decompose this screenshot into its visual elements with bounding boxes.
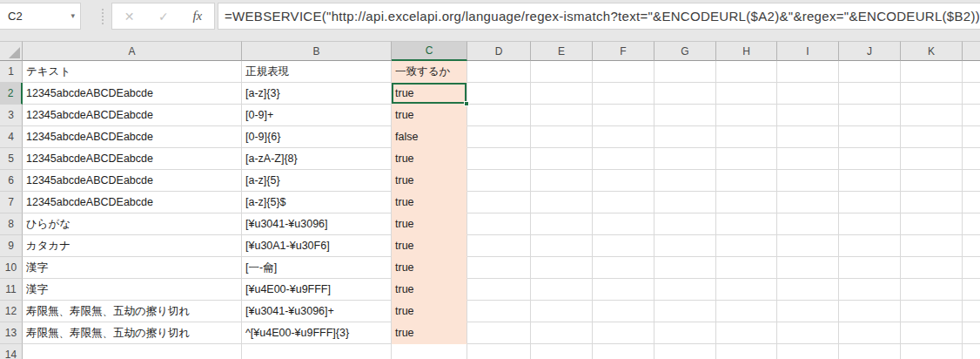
cell-B13[interactable]: ^[¥u4E00-¥u9FFF]{3}: [242, 322, 392, 344]
cell-D6[interactable]: [467, 170, 531, 192]
cell-J9[interactable]: [839, 235, 901, 257]
cell-I14[interactable]: [777, 344, 839, 359]
cell-G8[interactable]: [654, 213, 716, 235]
row-header-7[interactable]: 7: [0, 192, 23, 213]
cell-J13[interactable]: [839, 322, 901, 344]
cell-K1[interactable]: [901, 61, 963, 83]
cell-H11[interactable]: [716, 279, 777, 301]
cell-A4[interactable]: 12345abcdeABCDEabcde: [23, 126, 242, 148]
row-header-11[interactable]: 11: [0, 279, 23, 301]
cell-D9[interactable]: [467, 235, 531, 257]
cell-E11[interactable]: [531, 279, 593, 301]
cell-K9[interactable]: [901, 235, 963, 257]
cell-K11[interactable]: [901, 279, 963, 301]
cell-H8[interactable]: [716, 213, 777, 235]
row-header-13[interactable]: 13: [0, 322, 23, 344]
cell-F6[interactable]: [593, 170, 654, 192]
cell-I1[interactable]: [777, 61, 839, 83]
cell-D1[interactable]: [467, 61, 531, 83]
column-header-K[interactable]: K: [901, 41, 963, 61]
row-header-2[interactable]: 2: [0, 83, 23, 105]
cell-J10[interactable]: [839, 257, 901, 279]
cell-A1[interactable]: テキスト: [23, 61, 242, 83]
cell-I13[interactable]: [777, 322, 839, 344]
cell-B7[interactable]: [a-z]{5}$: [242, 192, 392, 213]
cell-I5[interactable]: [777, 148, 839, 170]
cell-H2[interactable]: [716, 83, 777, 105]
cell-D11[interactable]: [467, 279, 531, 301]
cell-G3[interactable]: [654, 105, 716, 126]
cell-K14[interactable]: [901, 344, 963, 359]
cell-F4[interactable]: [593, 126, 654, 148]
cell-K10[interactable]: [901, 257, 963, 279]
row-header-14[interactable]: 14: [0, 344, 23, 359]
cell-K5[interactable]: [901, 148, 963, 170]
cell-A9[interactable]: カタカナ: [23, 235, 242, 257]
cell-I3[interactable]: [777, 105, 839, 126]
column-header-A[interactable]: A: [23, 41, 242, 61]
column-header-G[interactable]: G: [654, 41, 716, 61]
insert-function-icon[interactable]: fx: [192, 9, 202, 24]
cell-J2[interactable]: [839, 83, 901, 105]
cell-C14[interactable]: [392, 344, 467, 359]
cell-G9[interactable]: [654, 235, 716, 257]
cell-B3[interactable]: [0-9]+: [242, 105, 392, 126]
name-box-dropdown-icon[interactable]: ▾: [70, 11, 75, 20]
cell-E12[interactable]: [531, 301, 593, 322]
cell-C7[interactable]: true: [392, 192, 467, 213]
cell-K8[interactable]: [901, 213, 963, 235]
cell-B8[interactable]: [¥u3041-¥u3096]: [242, 213, 392, 235]
cell-I6[interactable]: [777, 170, 839, 192]
cell-H13[interactable]: [716, 322, 777, 344]
row-header-6[interactable]: 6: [0, 170, 23, 192]
cell-C11[interactable]: true: [392, 279, 467, 301]
cell-K13[interactable]: [901, 322, 963, 344]
cell-A12[interactable]: 寿限無、寿限無、五劫の擦り切れ: [23, 301, 242, 322]
cell-A7[interactable]: 12345abcdeABCDEabcde: [23, 192, 242, 213]
cell-J14[interactable]: [839, 344, 901, 359]
column-header-I[interactable]: I: [777, 41, 839, 61]
row-header-12[interactable]: 12: [0, 301, 23, 322]
column-header-F[interactable]: F: [593, 41, 654, 61]
cell-G14[interactable]: [654, 344, 716, 359]
cell-H12[interactable]: [716, 301, 777, 322]
cell-E6[interactable]: [531, 170, 593, 192]
cell-D2[interactable]: [467, 83, 531, 105]
cell-J6[interactable]: [839, 170, 901, 192]
row-header-1[interactable]: 1: [0, 61, 23, 83]
cell-C6[interactable]: true: [392, 170, 467, 192]
cell-E14[interactable]: [531, 344, 593, 359]
cell-E2[interactable]: [531, 83, 593, 105]
cell-C4[interactable]: false: [392, 126, 467, 148]
cell-K3[interactable]: [901, 105, 963, 126]
cell-F5[interactable]: [593, 148, 654, 170]
cell-F11[interactable]: [593, 279, 654, 301]
cell-D4[interactable]: [467, 126, 531, 148]
cell-I7[interactable]: [777, 192, 839, 213]
row-header-9[interactable]: 9: [0, 235, 23, 257]
select-all-button[interactable]: [0, 41, 23, 61]
column-header-H[interactable]: H: [716, 41, 777, 61]
cell-C9[interactable]: true: [392, 235, 467, 257]
cell-F1[interactable]: [593, 61, 654, 83]
cell-B4[interactable]: [0-9]{6}: [242, 126, 392, 148]
cell-F7[interactable]: [593, 192, 654, 213]
cell-H4[interactable]: [716, 126, 777, 148]
cell-J12[interactable]: [839, 301, 901, 322]
formula-input[interactable]: =WEBSERVICE("http://api.excelapi.org/lan…: [218, 3, 980, 30]
cell-B10[interactable]: [一-龠]: [242, 257, 392, 279]
cell-F3[interactable]: [593, 105, 654, 126]
cell-J11[interactable]: [839, 279, 901, 301]
row-header-4[interactable]: 4: [0, 126, 23, 148]
cell-K6[interactable]: [901, 170, 963, 192]
column-header-B[interactable]: B: [242, 41, 392, 61]
cell-F12[interactable]: [593, 301, 654, 322]
column-header-D[interactable]: D: [467, 41, 531, 61]
cell-J7[interactable]: [839, 192, 901, 213]
column-header-J[interactable]: J: [839, 41, 901, 61]
cell-K12[interactable]: [901, 301, 963, 322]
cell-H6[interactable]: [716, 170, 777, 192]
cell-G12[interactable]: [654, 301, 716, 322]
cell-B14[interactable]: [242, 344, 392, 359]
cell-K2[interactable]: [901, 83, 963, 105]
